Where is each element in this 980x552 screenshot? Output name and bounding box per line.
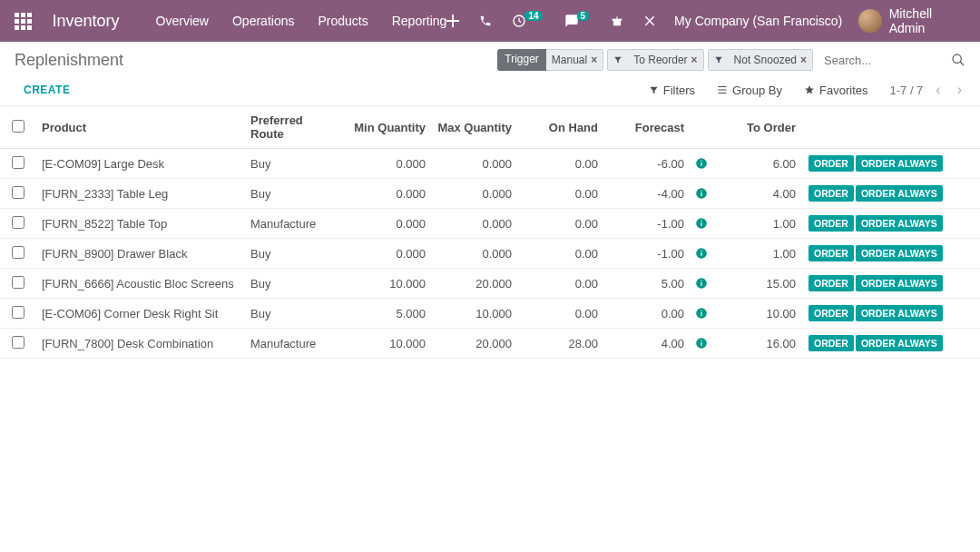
chip-remove-icon[interactable]: × <box>691 54 698 66</box>
row-checkbox[interactable] <box>12 186 24 199</box>
cell-toorder[interactable]: 16.00 <box>715 329 801 359</box>
col-route[interactable]: Preferred Route <box>245 106 345 149</box>
row-checkbox[interactable] <box>12 216 24 229</box>
search-input[interactable] <box>818 50 946 71</box>
cell-product[interactable]: [E-COM09] Large Desk <box>36 149 245 179</box>
info-icon[interactable] <box>695 187 710 200</box>
order-button[interactable]: ORDER <box>808 155 854 172</box>
cell-min[interactable]: 0.000 <box>345 239 431 269</box>
cell-min[interactable]: 0.000 <box>345 179 431 209</box>
cell-max[interactable]: 0.000 <box>431 179 517 209</box>
cell-onhand[interactable]: 0.00 <box>517 149 603 179</box>
info-icon[interactable] <box>695 277 710 290</box>
cell-max[interactable]: 20.000 <box>431 329 517 359</box>
order-button[interactable]: ORDER <box>808 305 854 321</box>
col-toorder[interactable]: To Order <box>715 106 801 149</box>
order-always-button[interactable]: ORDER ALWAYS <box>856 305 943 321</box>
apps-icon[interactable] <box>11 9 36 34</box>
pager-next-icon[interactable]: › <box>954 82 965 98</box>
table-row[interactable]: [FURN_2333] Table LegBuy0.0000.0000.00-4… <box>0 179 980 209</box>
select-all-checkbox[interactable] <box>12 120 24 133</box>
cell-product[interactable]: [FURN_6666] Acoustic Bloc Screens <box>36 269 245 299</box>
cell-max[interactable]: 20.000 <box>431 269 517 299</box>
gift-icon[interactable] <box>611 15 623 27</box>
chip-remove-icon[interactable]: × <box>591 54 597 66</box>
order-always-button[interactable]: ORDER ALWAYS <box>856 245 943 261</box>
cell-toorder[interactable]: 15.00 <box>715 269 801 299</box>
cell-toorder[interactable]: 10.00 <box>715 299 801 329</box>
order-always-button[interactable]: ORDER ALWAYS <box>856 215 943 232</box>
row-checkbox[interactable] <box>12 306 24 319</box>
order-button[interactable]: ORDER <box>808 245 854 261</box>
cell-onhand[interactable]: 0.00 <box>517 269 603 299</box>
cell-forecast[interactable]: -1.00 <box>603 239 690 269</box>
cell-forecast[interactable]: 4.00 <box>603 329 690 359</box>
app-brand[interactable]: Inventory <box>53 12 120 31</box>
info-icon[interactable] <box>695 217 710 230</box>
cell-onhand[interactable]: 0.00 <box>517 209 603 239</box>
cell-min[interactable]: 10.000 <box>345 329 431 359</box>
cell-forecast[interactable]: -1.00 <box>603 209 690 239</box>
row-checkbox[interactable] <box>12 156 24 169</box>
pager-prev-icon[interactable]: ‹ <box>932 82 944 98</box>
order-button[interactable]: ORDER <box>808 275 854 291</box>
order-always-button[interactable]: ORDER ALWAYS <box>856 185 943 202</box>
favorites-button[interactable]: Favorites <box>804 84 867 97</box>
col-forecast[interactable]: Forecast <box>603 106 690 149</box>
col-max[interactable]: Max Quantity <box>431 106 517 149</box>
plus-icon[interactable] <box>446 15 459 27</box>
cell-forecast[interactable]: 0.00 <box>603 299 690 329</box>
cell-route[interactable]: Buy <box>245 299 345 329</box>
cell-route[interactable]: Buy <box>245 149 345 179</box>
cell-onhand[interactable]: 0.00 <box>517 179 603 209</box>
chip-remove-icon[interactable]: × <box>800 54 807 66</box>
table-row[interactable]: [FURN_7800] Desk CombinationManufacture1… <box>0 329 980 359</box>
cell-min[interactable]: 0.000 <box>345 209 431 239</box>
row-checkbox[interactable] <box>12 246 24 259</box>
cell-min[interactable]: 10.000 <box>345 269 431 299</box>
phone-icon[interactable] <box>479 15 492 27</box>
tools-icon[interactable] <box>643 15 656 27</box>
row-checkbox[interactable] <box>12 336 24 349</box>
filters-button[interactable]: Filters <box>649 84 695 97</box>
search-icon[interactable] <box>951 53 965 67</box>
order-button[interactable]: ORDER <box>808 185 854 202</box>
cell-toorder[interactable]: 6.00 <box>715 149 801 179</box>
cell-onhand[interactable]: 0.00 <box>517 239 603 269</box>
cell-product[interactable]: [FURN_8900] Drawer Black <box>36 239 245 269</box>
company-switcher[interactable]: My Company (San Francisco) <box>674 14 842 28</box>
cell-route[interactable]: Manufacture <box>245 329 345 359</box>
cell-product[interactable]: [FURN_7800] Desk Combination <box>36 329 245 359</box>
cell-min[interactable]: 0.000 <box>345 149 431 179</box>
table-row[interactable]: [FURN_8900] Drawer BlackBuy0.0000.0000.0… <box>0 239 980 269</box>
cell-route[interactable]: Buy <box>245 239 345 269</box>
table-row[interactable]: [FURN_8522] Table TopManufacture0.0000.0… <box>0 209 980 239</box>
cell-toorder[interactable]: 1.00 <box>715 209 801 239</box>
create-button[interactable]: CREATE <box>15 80 79 100</box>
cell-route[interactable]: Manufacture <box>245 209 345 239</box>
info-icon[interactable] <box>695 157 710 170</box>
messages-icon[interactable]: 5 <box>564 14 592 28</box>
order-button[interactable]: ORDER <box>808 215 854 232</box>
cell-route[interactable]: Buy <box>245 269 345 299</box>
order-always-button[interactable]: ORDER ALWAYS <box>856 155 943 172</box>
cell-max[interactable]: 10.000 <box>431 299 517 329</box>
cell-max[interactable]: 0.000 <box>431 149 517 179</box>
row-checkbox[interactable] <box>12 276 24 289</box>
cell-forecast[interactable]: 5.00 <box>603 269 690 299</box>
cell-route[interactable]: Buy <box>245 179 345 209</box>
username[interactable]: Mitchell Admin <box>889 6 969 35</box>
nav-reporting[interactable]: Reporting <box>392 14 447 28</box>
table-row[interactable]: [FURN_6666] Acoustic Bloc ScreensBuy10.0… <box>0 269 980 299</box>
cell-product[interactable]: [FURN_8522] Table Top <box>36 209 245 239</box>
cell-min[interactable]: 5.000 <box>345 299 431 329</box>
cell-toorder[interactable]: 1.00 <box>715 239 801 269</box>
cell-max[interactable]: 0.000 <box>431 239 517 269</box>
table-row[interactable]: [E-COM09] Large DeskBuy0.0000.0000.00-6.… <box>0 149 980 179</box>
col-onhand[interactable]: On Hand <box>517 106 603 149</box>
col-product[interactable]: Product <box>36 106 245 149</box>
cell-onhand[interactable]: 28.00 <box>517 329 603 359</box>
order-always-button[interactable]: ORDER ALWAYS <box>856 275 943 291</box>
order-button[interactable]: ORDER <box>808 335 854 351</box>
cell-product[interactable]: [FURN_2333] Table Leg <box>36 179 245 209</box>
